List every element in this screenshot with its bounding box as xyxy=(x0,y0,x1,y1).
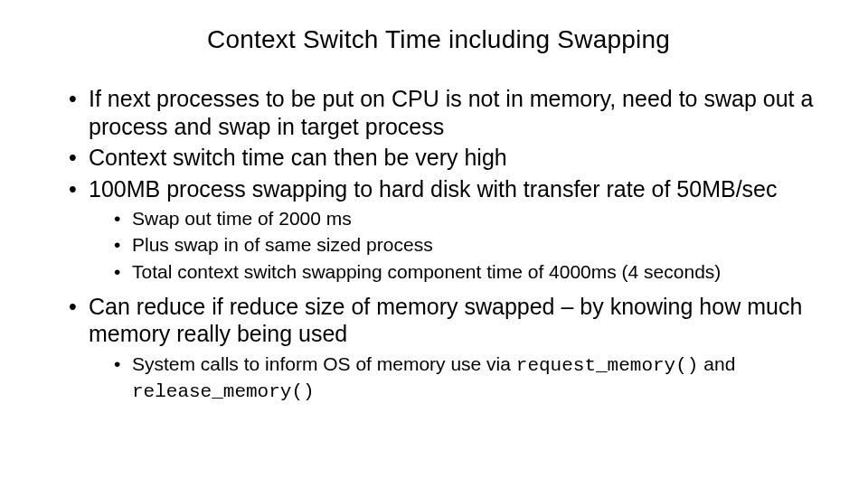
bullet-list-level1: If next processes to be put on CPU is no… xyxy=(63,85,814,404)
sub-bullet-item: Total context switch swapping component … xyxy=(112,259,814,284)
sub-bullet-text-mid: and xyxy=(698,353,735,374)
slide: Context Switch Time including Swapping I… xyxy=(0,0,868,488)
bullet-item: Can reduce if reduce size of memory swap… xyxy=(63,293,814,405)
sub-bullet-text: Swap out time of 2000 ms xyxy=(132,208,352,229)
code-snippet: release_memory() xyxy=(132,381,315,402)
sub-bullet-item: Plus swap in of same sized process xyxy=(112,232,814,257)
bullet-list-level2: System calls to inform OS of memory use … xyxy=(89,352,814,405)
code-snippet: request_memory() xyxy=(516,355,699,376)
bullet-text: If next processes to be put on CPU is no… xyxy=(89,86,813,139)
bullet-item: Context switch time can then be very hig… xyxy=(63,144,814,172)
sub-bullet-text: Total context switch swapping component … xyxy=(132,261,721,282)
bullet-item: 100MB process swapping to hard disk with… xyxy=(63,175,814,284)
bullet-item: If next processes to be put on CPU is no… xyxy=(63,85,814,140)
sub-bullet-item: System calls to inform OS of memory use … xyxy=(112,352,814,405)
bullet-text: Can reduce if reduce size of memory swap… xyxy=(89,294,802,347)
sub-bullet-text-prefix: System calls to inform OS of memory use … xyxy=(132,353,516,374)
bullet-text: Context switch time can then be very hig… xyxy=(89,145,507,170)
sub-bullet-item: Swap out time of 2000 ms xyxy=(112,206,814,230)
slide-title: Context Switch Time including Swapping xyxy=(63,25,814,54)
sub-bullet-text: Plus swap in of same sized process xyxy=(132,234,433,255)
bullet-text: 100MB process swapping to hard disk with… xyxy=(89,176,777,202)
bullet-list-level2: Swap out time of 2000 ms Plus swap in of… xyxy=(89,206,814,284)
